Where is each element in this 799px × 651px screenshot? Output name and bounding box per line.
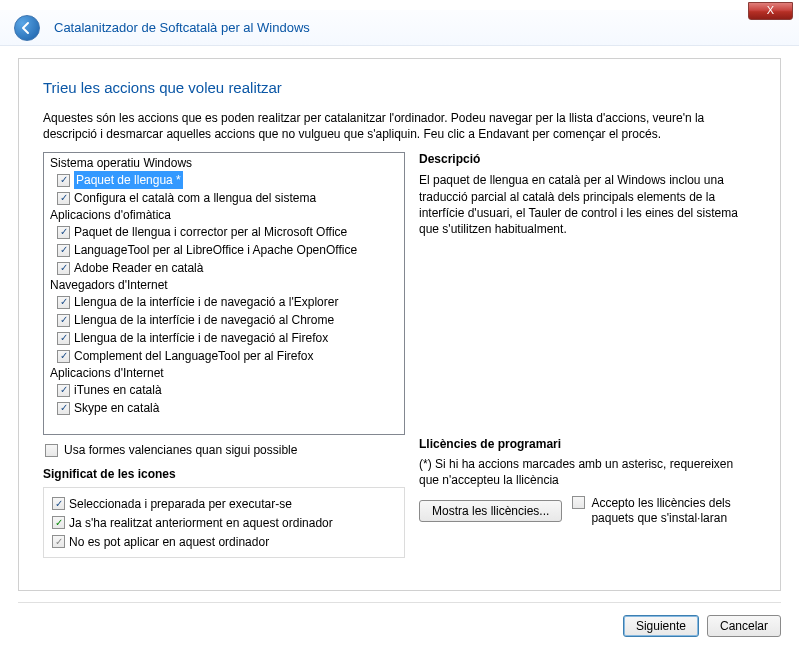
- close-button[interactable]: X: [748, 2, 793, 20]
- checkbox-icon: ✓: [52, 535, 65, 548]
- accept-licenses-row: Accepto les llicències dels paquets que …: [572, 496, 742, 525]
- list-item[interactable]: ✓Configura el català com a llengua del s…: [44, 189, 404, 207]
- header-title: Catalanitzador de Softcatalà per al Wind…: [54, 20, 310, 35]
- checkbox-icon[interactable]: ✓: [57, 332, 70, 345]
- legend-label: No es pot aplicar en aquest ordinador: [69, 533, 269, 551]
- footer: Siguiente Cancelar: [18, 602, 781, 637]
- list-item[interactable]: ✓iTunes en català: [44, 381, 404, 399]
- item-label: Complement del LanguageTool per al Firef…: [74, 347, 313, 365]
- actions-listbox[interactable]: Sistema operatiu Windows✓Paquet de lleng…: [43, 152, 405, 435]
- checkbox-icon[interactable]: ✓: [57, 226, 70, 239]
- item-label: Paquet de llengua *: [74, 171, 183, 189]
- item-label: LanguageTool per al LibreOffice i Apache…: [74, 241, 357, 259]
- checkbox-icon[interactable]: ✓: [57, 244, 70, 257]
- legend-box: ✓Seleccionada i preparada per executar-s…: [43, 487, 405, 558]
- checkbox-icon: ✓: [52, 497, 65, 510]
- checkbox-icon[interactable]: ✓: [57, 402, 70, 415]
- valencian-label: Usa formes valencianes quan sigui possib…: [64, 443, 297, 457]
- valencian-row: Usa formes valencianes quan sigui possib…: [45, 443, 405, 457]
- list-item[interactable]: ✓Adobe Reader en català: [44, 259, 404, 277]
- legend-item: ✓Ja s'ha realitzat anteriorment en aques…: [52, 513, 396, 532]
- group-title: Aplicacions d'Internet: [44, 365, 404, 381]
- list-item[interactable]: ✓Complement del LanguageTool per al Fire…: [44, 347, 404, 365]
- accept-licenses-checkbox[interactable]: [572, 496, 585, 509]
- checkbox-icon: ✓: [52, 516, 65, 529]
- legend-item: ✓No es pot aplicar en aquest ordinador: [52, 532, 396, 551]
- list-item[interactable]: ✓Llengua de la interfície i de navegació…: [44, 329, 404, 347]
- group-title: Sistema operatiu Windows: [44, 155, 404, 171]
- list-item[interactable]: ✓LanguageTool per al LibreOffice i Apach…: [44, 241, 404, 259]
- next-button[interactable]: Siguiente: [623, 615, 699, 637]
- item-label: Adobe Reader en català: [74, 259, 203, 277]
- licenses-title: Llicències de programari: [419, 437, 756, 451]
- group-title: Navegadors d'Internet: [44, 277, 404, 293]
- description-body: El paquet de llengua en català per al Wi…: [419, 172, 756, 237]
- content-panel: Trieu les accions que voleu realitzar Aq…: [18, 58, 781, 591]
- item-label: Configura el català com a llengua del si…: [74, 189, 316, 207]
- item-label: Paquet de llengua i corrector per al Mic…: [74, 223, 347, 241]
- list-item[interactable]: ✓Llengua de la interfície i de navegació…: [44, 293, 404, 311]
- legend-item: ✓Seleccionada i preparada per executar-s…: [52, 494, 396, 513]
- item-label: Llengua de la interfície i de navegació …: [74, 311, 334, 329]
- cancel-button[interactable]: Cancelar: [707, 615, 781, 637]
- show-licenses-button[interactable]: Mostra les llicències...: [419, 500, 562, 522]
- list-item[interactable]: ✓Paquet de llengua *: [44, 171, 404, 189]
- checkbox-icon[interactable]: ✓: [57, 350, 70, 363]
- back-button[interactable]: [14, 15, 40, 41]
- header: Catalanitzador de Softcatalà per al Wind…: [0, 10, 799, 46]
- page-heading: Trieu les accions que voleu realitzar: [43, 79, 756, 96]
- legend-label: Seleccionada i preparada per executar-se: [69, 495, 292, 513]
- legend-title: Significat de les icones: [43, 467, 405, 481]
- arrow-left-icon: [20, 21, 34, 35]
- titlebar: X: [0, 0, 799, 10]
- checkbox-icon[interactable]: ✓: [57, 262, 70, 275]
- group-title: Aplicacions d'ofimàtica: [44, 207, 404, 223]
- list-item[interactable]: ✓Paquet de llengua i corrector per al Mi…: [44, 223, 404, 241]
- list-item[interactable]: ✓Skype en català: [44, 399, 404, 417]
- item-label: Llengua de la interfície i de navegació …: [74, 293, 338, 311]
- accept-licenses-label: Accepto les llicències dels paquets que …: [591, 496, 742, 525]
- legend-label: Ja s'ha realitzat anteriorment en aquest…: [69, 514, 333, 532]
- checkbox-icon[interactable]: ✓: [57, 296, 70, 309]
- valencian-checkbox[interactable]: [45, 444, 58, 457]
- licenses-note: (*) Si hi ha accions marcades amb un ast…: [419, 457, 756, 488]
- checkbox-icon[interactable]: ✓: [57, 314, 70, 327]
- item-label: Llengua de la interfície i de navegació …: [74, 329, 328, 347]
- checkbox-icon[interactable]: ✓: [57, 384, 70, 397]
- intro-text: Aquestes són les accions que es poden re…: [43, 110, 756, 142]
- checkbox-icon[interactable]: ✓: [57, 192, 70, 205]
- item-label: Skype en català: [74, 399, 159, 417]
- item-label: iTunes en català: [74, 381, 162, 399]
- checkbox-icon[interactable]: ✓: [57, 174, 70, 187]
- description-title: Descripció: [419, 152, 756, 166]
- list-item[interactable]: ✓Llengua de la interfície i de navegació…: [44, 311, 404, 329]
